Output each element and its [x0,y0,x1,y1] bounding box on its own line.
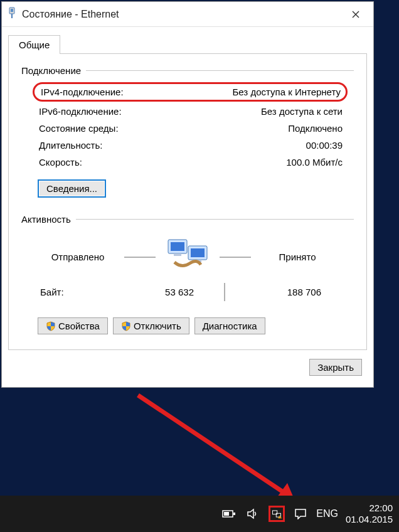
details-button[interactable]: Сведения... [38,179,106,198]
taskbar: ! ENG 22:00 01.04.2015 [0,496,399,532]
close-icon [352,11,359,18]
svg-text:!: ! [280,515,280,519]
svg-rect-9 [191,248,205,257]
activity-line [220,257,251,258]
ethernet-icon [7,7,17,21]
svg-rect-15 [224,512,229,516]
close-window-button[interactable] [343,5,368,24]
media-label: Состояние среды: [39,123,288,134]
received-label: Принято [260,252,335,262]
activity-group-label: Активность [21,214,71,225]
dialog-footer: Закрыть [2,359,373,387]
tab-panel-general: Подключение IPv4-подключение: Без доступ… [8,53,367,350]
network-tray-icon[interactable]: ! [269,506,285,522]
ipv6-value: Без доступа к сети [261,106,343,117]
language-indicator[interactable]: ENG [316,508,338,519]
ipv6-label: IPv6-подключение: [39,106,261,117]
svg-rect-6 [171,242,184,251]
connection-group-label: Подключение [21,65,81,76]
duration-value: 00:00:39 [306,140,343,151]
svg-line-11 [138,395,289,496]
properties-label: Свойства [58,321,100,331]
media-value: Подключено [288,123,343,134]
disable-label: Отключить [134,321,181,331]
tab-strip: Общие [2,27,373,53]
diagnose-button[interactable]: Диагностика [194,317,265,334]
connection-group: Подключение [21,65,354,76]
duration-row: Длительность: 00:00:39 [21,137,354,154]
properties-button[interactable]: Свойства [38,317,108,334]
ipv6-row: IPv6-подключение: Без доступа к сети [21,103,354,120]
shield-icon [121,321,131,331]
ipv4-value: Без доступа к Интернету [232,87,341,97]
separator-line [86,70,354,71]
ethernet-status-window: Состояние - Ethernet Общие Подключение I… [1,1,374,388]
ipv4-label: IPv4-подключение: [41,87,232,97]
ipv4-row-highlighted: IPv4-подключение: Без доступа к Интернет… [33,82,348,102]
disable-button[interactable]: Отключить [113,317,189,334]
duration-label: Длительность: [39,140,306,151]
clock-time: 22:00 [346,503,393,514]
separator-line [76,219,354,220]
bytes-row: Байт: 53 632 188 706 [21,280,354,300]
bytes-sent-value: 53 632 [103,287,219,297]
clock-date: 01.04.2015 [346,514,393,525]
shield-icon [46,321,56,331]
clock[interactable]: 22:00 01.04.2015 [346,503,394,525]
activity-line [124,257,156,258]
svg-rect-14 [233,513,235,515]
action-center-icon[interactable] [292,506,309,522]
speed-value: 100.0 Мбит/с [286,157,343,168]
titlebar: Состояние - Ethernet [2,2,373,27]
network-computers-icon [164,236,211,278]
svg-rect-7 [174,253,181,256]
bytes-received-value: 188 706 [230,287,335,297]
svg-rect-1 [11,9,13,12]
media-state-row: Состояние среды: Подключено [21,120,354,137]
bytes-label: Байт: [40,287,103,297]
tab-general[interactable]: Общие [8,35,60,54]
speed-row: Скорость: 100.0 Мбит/с [21,154,354,171]
activity-group: Активность Отправлено [21,214,354,300]
sent-label: Отправлено [40,252,115,262]
volume-icon[interactable] [245,506,261,522]
action-buttons: Свойства Отключить Диагностика [38,317,354,334]
battery-icon[interactable] [221,506,237,522]
window-title: Состояние - Ethernet [22,9,343,20]
speed-label: Скорость: [39,157,286,168]
close-button[interactable]: Закрыть [309,359,362,376]
bytes-separator [224,283,225,301]
